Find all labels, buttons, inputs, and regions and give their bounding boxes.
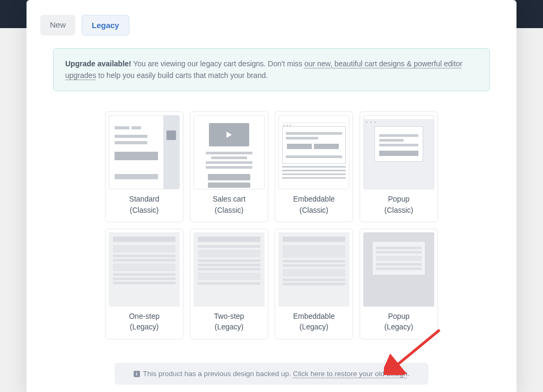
template-card-twostep[interactable]: Two-step(Legacy) xyxy=(190,229,268,339)
template-card-embeddable[interactable]: Embeddable(Classic) xyxy=(275,111,353,222)
thumbnail-standard xyxy=(109,115,180,189)
design-selector-modal: New Legacy Upgrade available! You are vi… xyxy=(27,0,516,392)
upgrade-banner-text-before: You are viewing our legacy cart designs.… xyxy=(132,59,304,68)
template-grid: Standard(Classic) Sales cart(Classic) xyxy=(40,111,503,339)
template-card-popup-legacy[interactable]: Popup(Legacy) xyxy=(360,229,438,339)
thumbnail-onestep xyxy=(109,232,180,307)
info-icon: i xyxy=(134,371,140,377)
card-title: Sales cart(Classic) xyxy=(213,194,246,215)
thumbnail-popup-legacy xyxy=(363,232,434,307)
template-card-embeddable-legacy[interactable]: Embeddable(Legacy) xyxy=(275,229,353,339)
tab-new[interactable]: New xyxy=(40,15,75,36)
template-card-popup[interactable]: Popup(Classic) xyxy=(360,111,438,222)
card-title: Standard(Classic) xyxy=(129,194,160,215)
card-title: Embeddable(Legacy) xyxy=(293,311,335,333)
template-card-onestep[interactable]: One-step(Legacy) xyxy=(105,229,183,339)
tab-bar: New Legacy xyxy=(40,15,503,36)
thumbnail-sales xyxy=(194,115,265,189)
thumbnail-embeddable-legacy xyxy=(278,232,349,307)
thumbnail-twostep xyxy=(194,232,265,307)
card-title: One-step(Legacy) xyxy=(129,311,160,333)
thumbnail-popup xyxy=(363,115,434,189)
template-card-standard[interactable]: Standard(Classic) xyxy=(105,111,183,222)
card-title: Popup(Legacy) xyxy=(384,311,413,333)
template-card-sales[interactable]: Sales cart(Classic) xyxy=(190,111,268,222)
thumbnail-embeddable xyxy=(278,115,349,189)
card-title: Popup(Classic) xyxy=(384,194,413,215)
card-title: Embeddable(Classic) xyxy=(293,194,335,215)
restore-link[interactable]: Click here to restore your old design xyxy=(293,370,408,378)
upgrade-banner-bold: Upgrade available! xyxy=(65,59,132,68)
tab-legacy[interactable]: Legacy xyxy=(82,15,129,36)
restore-period: . xyxy=(408,370,410,378)
upgrade-banner-text-after: to help you easily build carts that matc… xyxy=(96,71,268,80)
upgrade-banner: Upgrade available! You are viewing our l… xyxy=(53,48,490,91)
restore-notice: iThis product has a previous design back… xyxy=(115,363,428,385)
card-title: Two-step(Legacy) xyxy=(214,311,244,333)
restore-text: This product has a previous design backe… xyxy=(143,370,293,378)
